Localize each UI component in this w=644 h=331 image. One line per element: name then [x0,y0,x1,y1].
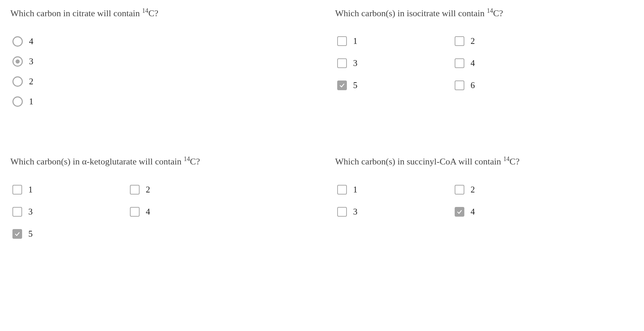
option-grid: 1 2 3 4 5 [10,185,307,239]
prompt-sup: 14 [142,7,148,14]
option-label: 1 [353,185,358,195]
option-label: 4 [146,207,150,217]
radio-option[interactable]: 3 [12,56,307,67]
checkbox-option[interactable]: 2 [455,36,558,46]
checkbox-icon [12,185,22,195]
question-isocitrate: Which carbon(s) in isocitrate will conta… [335,7,632,107]
radio-option[interactable]: 2 [12,76,307,87]
option-label: 2 [146,185,150,195]
checkbox-icon [455,185,464,195]
option-label: 6 [471,81,475,90]
question-prompt: Which carbon(s) in α-ketoglutarate will … [10,155,307,167]
radio-option[interactable]: 4 [12,36,307,47]
checkbox-option[interactable]: 3 [337,207,441,217]
option-grid: 1 2 3 4 5 6 [335,36,632,90]
prompt-pre: Which carbon(s) in succinyl-CoA will con… [335,157,503,167]
checkbox-option[interactable]: 2 [130,185,234,195]
option-label: 5 [353,81,358,90]
checkbox-option[interactable]: 5 [12,229,116,239]
question-succinyl-coa: Which carbon(s) in succinyl-CoA will con… [335,155,632,238]
option-list: 4 3 2 1 [10,36,307,107]
checkbox-icon [130,207,140,217]
checkbox-icon [12,229,22,239]
option-label: 1 [353,36,358,46]
option-label: 5 [28,229,33,239]
checkbox-option[interactable]: 2 [455,185,558,195]
checkbox-option[interactable]: 4 [130,207,234,217]
checkbox-icon [337,58,347,68]
radio-icon [12,96,23,107]
radio-icon [12,36,23,47]
option-label: 3 [353,207,358,217]
option-label: 4 [471,58,475,68]
question-prompt: Which carbon in citrate will contain 14C… [10,7,307,19]
prompt-sup: 14 [184,155,190,162]
option-grid: 1 2 3 4 [335,185,632,217]
checkbox-icon [337,185,347,195]
question-page: Which carbon in citrate will contain 14C… [10,7,632,239]
checkbox-icon [12,207,22,217]
radio-option[interactable]: 1 [12,96,307,107]
checkbox-icon [455,207,464,217]
checkbox-option[interactable]: 4 [455,58,558,68]
checkbox-icon [337,81,347,90]
prompt-sup: 14 [503,155,510,162]
checkbox-option[interactable]: 1 [12,185,116,195]
prompt-post: C? [493,8,503,18]
option-label: 3 [28,207,33,217]
checkbox-option[interactable]: 5 [337,81,441,90]
question-prompt: Which carbon(s) in succinyl-CoA will con… [335,155,632,167]
option-label: 2 [471,36,475,46]
checkbox-icon [455,36,464,46]
checkbox-option[interactable]: 3 [12,207,116,217]
checkbox-option[interactable]: 1 [337,185,441,195]
question-alpha-ketoglutarate: Which carbon(s) in α-ketoglutarate will … [10,155,307,238]
option-label: 1 [29,97,34,106]
option-label: 3 [29,57,34,66]
prompt-post: C? [148,8,158,18]
radio-icon [12,76,23,87]
checkbox-icon [455,58,464,68]
option-label: 4 [29,37,34,46]
checkbox-icon [337,207,347,217]
checkbox-option[interactable]: 6 [455,81,558,90]
prompt-pre: Which carbon(s) in α-ketoglutarate will … [10,157,184,167]
checkbox-option[interactable]: 4 [455,207,558,217]
question-citrate: Which carbon in citrate will contain 14C… [10,7,307,107]
checkbox-option[interactable]: 3 [337,58,441,68]
checkbox-icon [455,81,464,90]
checkbox-option[interactable]: 1 [337,36,441,46]
option-label: 4 [471,207,475,217]
radio-icon [12,56,23,67]
checkbox-icon [337,36,347,46]
question-prompt: Which carbon(s) in isocitrate will conta… [335,7,632,19]
option-label: 2 [471,185,475,195]
checkbox-icon [130,185,140,195]
option-label: 2 [29,77,34,86]
prompt-sup: 14 [487,7,493,14]
option-label: 1 [28,185,33,195]
prompt-post: C? [190,157,200,167]
prompt-post: C? [510,157,520,167]
prompt-pre: Which carbon(s) in isocitrate will conta… [335,8,487,18]
option-label: 3 [353,58,358,68]
prompt-pre: Which carbon in citrate will contain [10,8,142,18]
